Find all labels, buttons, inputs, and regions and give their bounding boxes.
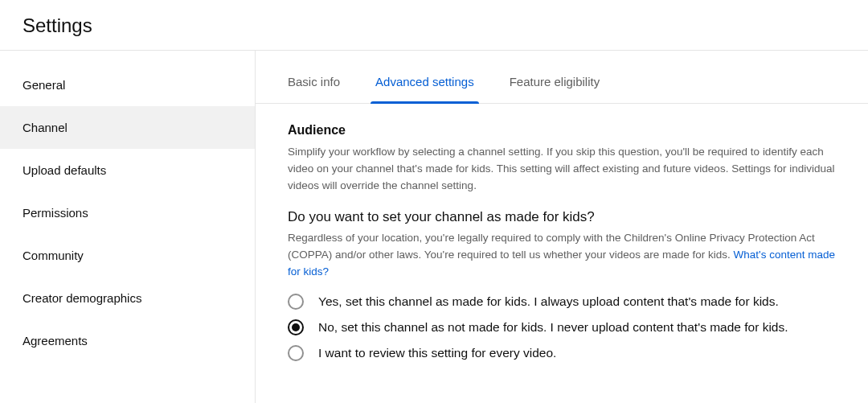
audience-legal-note: Regardless of your location, you're lega…	[288, 230, 836, 281]
audience-question: Do you want to set your channel as made …	[288, 209, 836, 225]
sidebar-item-creator-demographics[interactable]: Creator demographics	[0, 277, 255, 319]
audience-title: Audience	[288, 123, 836, 138]
sidebar-item-channel[interactable]: Channel	[0, 106, 255, 149]
audience-description: Simplify your workflow by selecting a ch…	[288, 144, 836, 195]
radio-label: No, set this channel as not made for kid…	[318, 320, 788, 335]
sidebar-item-community[interactable]: Community	[0, 234, 255, 277]
radio-label: I want to review this setting for every …	[318, 346, 556, 360]
channel-tabs: Basic info Advanced settings Feature eli…	[256, 51, 868, 104]
tab-advanced-settings[interactable]: Advanced settings	[375, 72, 474, 103]
settings-body: General Channel Upload defaults Permissi…	[0, 51, 868, 403]
radio-row-no[interactable]: No, set this channel as not made for kid…	[288, 319, 836, 335]
tab-basic-info[interactable]: Basic info	[288, 72, 340, 103]
sidebar-item-permissions[interactable]: Permissions	[0, 191, 255, 234]
sidebar-item-agreements[interactable]: Agreements	[0, 319, 255, 362]
tab-feature-eligibility[interactable]: Feature eligibility	[510, 72, 600, 103]
sidebar-item-general[interactable]: General	[0, 64, 255, 106]
radio-icon	[288, 319, 304, 335]
advanced-settings-content: Audience Simplify your workflow by selec…	[256, 104, 868, 361]
radio-row-review[interactable]: I want to review this setting for every …	[288, 345, 836, 361]
settings-main: Basic info Advanced settings Feature eli…	[256, 51, 868, 403]
sidebar-item-upload-defaults[interactable]: Upload defaults	[0, 149, 255, 191]
radio-row-yes[interactable]: Yes, set this channel as made for kids. …	[288, 294, 836, 310]
page-title: Settings	[23, 14, 868, 37]
radio-label: Yes, set this channel as made for kids. …	[318, 294, 779, 309]
settings-header: Settings	[0, 0, 868, 51]
settings-sidebar: General Channel Upload defaults Permissi…	[0, 51, 256, 403]
radio-icon	[288, 345, 304, 361]
radio-icon	[288, 294, 304, 310]
